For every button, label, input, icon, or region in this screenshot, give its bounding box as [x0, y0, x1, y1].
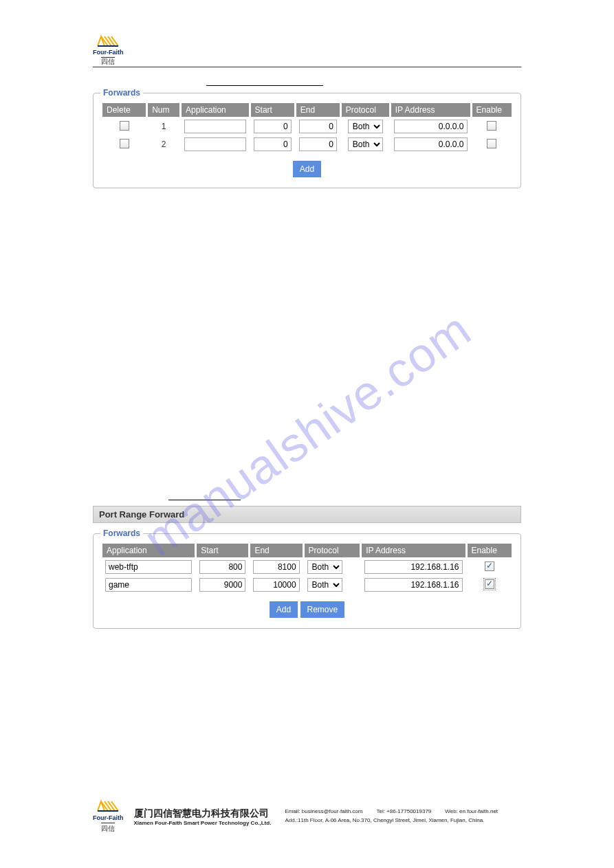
enable-checkbox[interactable] [487, 121, 496, 131]
header-enable: Enable [472, 103, 512, 117]
enable-checkbox[interactable] [487, 139, 496, 148]
header-protocol: Protocol [342, 103, 389, 117]
end-input[interactable] [253, 578, 299, 592]
delete-checkbox[interactable] [120, 139, 129, 148]
footer-web: Web: en.four-faith.net [445, 808, 498, 816]
forwards-table-1: Delete Num Application Start End Protoco… [100, 102, 514, 154]
header-application: Application [182, 103, 249, 117]
footer-brand-sub: 四信 [101, 823, 115, 834]
table-row: Both [102, 559, 512, 575]
port-range-forward-header: Port Range Forward [93, 506, 521, 523]
forwards-table-2: Application Start End Protocol IP Addres… [100, 542, 514, 594]
protocol-select[interactable]: Both [348, 137, 383, 151]
table-row: Both [102, 577, 512, 593]
row-num: 1 [148, 118, 179, 135]
header-ip: IP Address [362, 544, 465, 557]
footer-address: Add.:11th Floor, A-06 Area, No.370, Chen… [285, 816, 498, 825]
application-input[interactable] [184, 137, 246, 151]
footer-company-block: 厦门四信智慧电力科技有限公司 Xiamen Four-Faith Smart P… [134, 808, 272, 826]
four-faith-logo-icon [94, 34, 122, 48]
header-ip: IP Address [391, 103, 470, 117]
add-button[interactable]: Add [293, 161, 321, 177]
brand-logo: Four-Faith 四信 [93, 34, 124, 65]
forwards-title-2: Forwards [100, 528, 143, 538]
remove-button[interactable]: Remove [300, 601, 345, 618]
enable-checkbox[interactable] [485, 561, 494, 571]
ip-input[interactable] [394, 120, 468, 133]
footer-email: Email: business@four-faith.com [285, 808, 362, 816]
delete-checkbox[interactable] [120, 121, 129, 131]
ip-input[interactable] [394, 137, 468, 151]
protocol-select[interactable]: Both [348, 120, 383, 133]
footer-logo: Four-Faith 四信 [93, 799, 124, 834]
section-divider-2 [168, 495, 241, 500]
forwards-fieldset-1: Forwards Delete Num Application Start En… [93, 93, 521, 188]
end-input[interactable] [253, 560, 299, 574]
header-start: Start [197, 544, 248, 557]
start-input[interactable] [199, 560, 245, 574]
add-button[interactable]: Add [270, 601, 298, 618]
protocol-select[interactable]: Both [307, 560, 342, 574]
brand-sub: 四信 [101, 57, 115, 65]
footer-contact-info: Email: business@four-faith.com Tel: +86-… [285, 808, 498, 825]
application-input[interactable] [184, 120, 246, 133]
four-faith-logo-icon [94, 799, 122, 813]
application-input[interactable] [105, 578, 192, 592]
footer-company-cn: 厦门四信智慧电力科技有限公司 [134, 808, 272, 820]
forwards-fieldset-2: Forwards Application Start End Protocol … [93, 533, 521, 629]
ip-input[interactable] [364, 560, 462, 574]
table-row: 2 Both [102, 136, 512, 153]
footer-tel: Tel: +86-17750019379 [376, 808, 431, 816]
header-end: End [250, 544, 302, 557]
page-header: Four-Faith 四信 [93, 34, 521, 67]
header-delete: Delete [102, 103, 146, 117]
end-input[interactable] [299, 137, 337, 151]
start-input[interactable] [199, 578, 245, 592]
table-row: 1 Both [102, 118, 512, 135]
section-divider [206, 78, 323, 86]
start-input[interactable] [254, 137, 292, 151]
page-footer: Four-Faith 四信 厦门四信智慧电力科技有限公司 Xiamen Four… [93, 799, 521, 834]
footer-brand-name: Four-Faith [93, 814, 124, 821]
enable-checkbox[interactable] [485, 579, 494, 589]
row-num: 2 [148, 136, 179, 153]
header-start: Start [251, 103, 294, 117]
application-input[interactable] [105, 560, 192, 574]
header-num: Num [148, 103, 179, 117]
footer-company-en: Xiamen Four-Faith Smart Power Technology… [134, 820, 272, 826]
start-input[interactable] [254, 120, 292, 133]
protocol-select[interactable]: Both [307, 578, 342, 592]
forwards-title: Forwards [100, 88, 143, 98]
header-end: End [296, 103, 340, 117]
header-enable: Enable [468, 544, 512, 557]
header-protocol: Protocol [305, 544, 360, 557]
header-application: Application [102, 544, 195, 557]
end-input[interactable] [299, 120, 337, 133]
ip-input[interactable] [364, 578, 462, 592]
brand-name: Four-Faith [93, 49, 124, 56]
